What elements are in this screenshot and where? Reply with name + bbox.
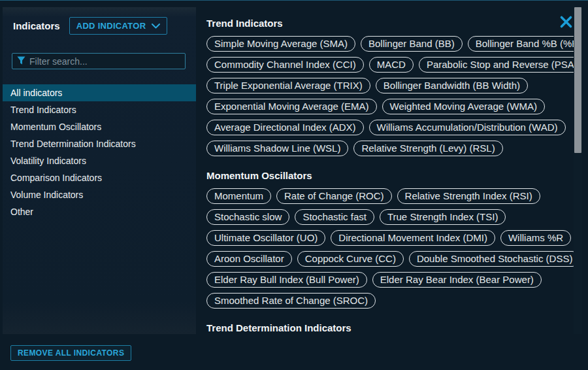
indicator-pill-williams-accumulation-distribution-wad[interactable]: Williams Accumulation/Distribution (WAD) [369,120,566,135]
indicator-pill-macd[interactable]: MACD [369,57,414,73]
pill-row: MomentumRate of Change (ROC)Relative Str… [206,188,574,204]
pill-row: Elder Ray Bull Index (Bull Power)Elder R… [206,272,574,288]
filter-search-field[interactable] [12,53,186,69]
indicator-pill-rate-of-change-roc[interactable]: Rate of Change (ROC) [276,188,392,204]
pill-row: Simple Moving Average (SMA)Bollinger Ban… [206,36,574,52]
sidebar-item-momentum-oscillators[interactable]: Momentum Oscillators [3,118,196,135]
pill-row: Triple Exponential Average (TRIX)Bolling… [206,78,574,93]
indicator-pill-relative-strength-levy-rsl[interactable]: Relative Strength (Levy) (RSL) [353,141,502,156]
indicator-pill-true-strength-index-tsi[interactable]: True Strength Index (TSI) [380,209,506,225]
indicator-pill-average-directional-index-adx[interactable]: Average Directional Index (ADX) [206,120,364,135]
section-title: Trend Determination Indicators [206,322,574,334]
filter-funnel-icon [17,56,25,67]
indicator-pill-elder-ray-bull-index-bull-power[interactable]: Elder Ray Bull Index (Bull Power) [206,272,367,288]
indicator-pill-bollinger-band-b-b[interactable]: Bollinger Band %B (%B) [468,36,574,52]
panel-title: Indicators [13,20,60,31]
sidebar-item-trend-indicators[interactable]: Trend Indicators [3,101,196,118]
indicator-pill-bollinger-band-bb[interactable]: Bollinger Band (BB) [361,36,463,52]
section-title: Trend Indicators [206,18,574,29]
pill-row: Stochastic slowStochastic fastTrue Stren… [206,209,574,225]
pill-row: Commodity Channel Index (CCI)MACDParabol… [206,57,574,73]
pill-row: Smoothed Rate of Change (SROC) [206,293,574,309]
indicator-pill-stochastic-fast[interactable]: Stochastic fast [295,209,374,225]
indicator-list-panel: Trend IndicatorsSimple Moving Average (S… [196,1,574,341]
filter-search-input[interactable] [29,56,180,67]
sidebar-item-other[interactable]: Other [3,203,196,220]
sidebar-item-volume-indicators[interactable]: Volume Indicators [3,186,196,203]
indicators-sidebar: Indicators ADD INDICATOR All indicatorsT… [3,7,196,334]
indicator-pill-exponential-moving-average-ema[interactable]: Exponential Moving Average (EMA) [206,99,377,114]
indicator-pill-coppock-curve-cc[interactable]: Coppock Curve (CC) [297,251,404,267]
indicator-pill-simple-moving-average-sma[interactable]: Simple Moving Average (SMA) [206,36,355,52]
chevron-down-icon [152,21,160,31]
sidebar-item-all-indicators[interactable]: All indicators [3,84,196,101]
indicator-pill-double-smoothed-stochastic-dss[interactable]: Double Smoothed Stochastic (DSS) [409,251,574,267]
indicator-pill-triple-exponential-average-trix[interactable]: Triple Exponential Average (TRIX) [206,78,370,93]
add-indicator-button[interactable]: ADD INDICATOR [69,17,168,35]
indicator-pill-directional-movement-index-dmi[interactable]: Directional Movement Index (DMI) [331,230,495,246]
sidebar-item-trend-determination-indicators[interactable]: Trend Determination Indicators [3,135,196,152]
pill-row: Williams Shadow Line (WSL)Relative Stren… [206,141,574,156]
indicator-pill-parabolic-stop-and-reverse-psar[interactable]: Parabolic Stop and Reverse (PSAR) [419,57,574,73]
indicator-pill-weighted-moving-average-wma[interactable]: Weighted Moving Average (WMA) [382,99,545,114]
scrollbar-track[interactable] [574,7,582,338]
indicator-pill-aroon-oscillator[interactable]: Aroon Oscillator [206,251,292,267]
indicator-pill-ultimate-oscillator-uo[interactable]: Ultimate Oscillator (UO) [206,230,325,246]
section-trend-indicators: Trend IndicatorsSimple Moving Average (S… [206,18,574,156]
indicator-pill-williams-shadow-line-wsl[interactable]: Williams Shadow Line (WSL) [206,141,348,156]
section-title: Momentum Oscillators [206,170,574,182]
remove-all-indicators-button[interactable]: REMOVE ALL INDICATORS [10,345,131,361]
sidebar-item-comparison-indicators[interactable]: Comparison Indicators [3,169,196,186]
category-list: All indicatorsTrend IndicatorsMomentum O… [3,84,196,220]
footer-bar: REMOVE ALL INDICATORS [0,334,588,370]
pill-row: Exponential Moving Average (EMA)Weighted… [206,99,574,114]
sidebar-header: Indicators ADD INDICATOR [3,7,196,35]
close-icon[interactable] [559,15,573,29]
indicator-pill-commodity-channel-index-cci[interactable]: Commodity Channel Index (CCI) [206,57,364,73]
indicator-pill-williams-r[interactable]: Williams %R [500,230,571,246]
pill-row: Ultimate Oscillator (UO)Directional Move… [206,230,574,246]
add-indicator-label: ADD INDICATOR [76,21,146,31]
pill-row: Aroon OscillatorCoppock Curve (CC)Double… [206,251,574,267]
scrollbar-thumb[interactable] [574,7,581,153]
section-momentum-oscillators: Momentum OscillatorsMomentumRate of Chan… [206,170,574,309]
indicator-pill-stochastic-slow[interactable]: Stochastic slow [206,209,289,225]
sidebar-item-volatility-indicators[interactable]: Volatility Indicators [3,152,196,169]
indicator-pill-bollinger-bandwidth-bb-width[interactable]: Bollinger Bandwidth (BB Width) [376,78,528,93]
indicator-pill-elder-ray-bear-index-bear-power[interactable]: Elder Ray Bear Index (Bear Power) [372,272,542,288]
indicator-pill-relative-strength-index-rsi[interactable]: Relative Strength Index (RSI) [397,188,540,204]
pill-row: Average Directional Index (ADX)Williams … [206,120,574,135]
indicator-pill-momentum[interactable]: Momentum [206,188,271,204]
indicator-pill-smoothed-rate-of-change-sroc[interactable]: Smoothed Rate of Change (SROC) [206,293,376,309]
